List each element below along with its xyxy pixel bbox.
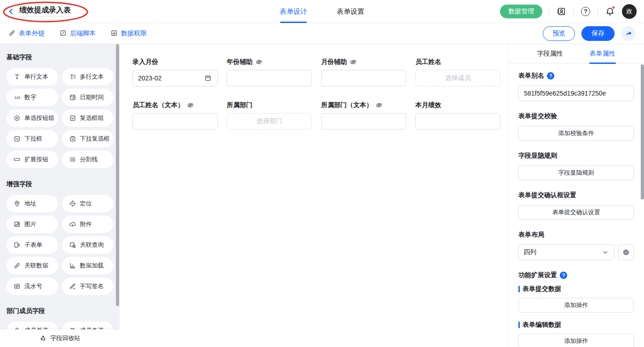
help-icon[interactable]: ?: [547, 72, 554, 80]
field-pill[interactable]: 分割线: [62, 151, 114, 168]
form-field[interactable]: 所属部门选择部门: [227, 101, 312, 130]
text-input[interactable]: [132, 113, 218, 130]
field-pill-label: 定位: [80, 199, 92, 208]
field-pill-label: 数字: [24, 93, 36, 102]
picker-placeholder: 选择部门: [257, 117, 282, 125]
date-input[interactable]: 2023-027: [132, 70, 218, 86]
toolbar-link-label: 后端脚本: [70, 29, 96, 38]
picker-button[interactable]: 选择成员: [415, 70, 500, 86]
header-tab[interactable]: 表单设置: [337, 0, 364, 23]
field-pill[interactable]: 下拉框: [6, 130, 58, 148]
address-icon: [13, 200, 21, 208]
form-field[interactable]: 员工姓名（文本）: [132, 101, 218, 130]
attachment-icon: [69, 221, 77, 228]
panel-section-title: 字段显隐规则: [518, 152, 634, 160]
form-layout-select[interactable]: 四列: [518, 245, 615, 260]
field-pill[interactable]: 单选按钮组: [6, 109, 58, 127]
field-pill[interactable]: 数据加载: [62, 257, 114, 274]
field-pill[interactable]: 地址: [6, 195, 58, 212]
field-pill[interactable]: 扩展按钮: [6, 151, 58, 168]
data-manage-button[interactable]: 数据管理: [500, 5, 542, 18]
toolbar-link-link[interactable]: 表单外链: [8, 29, 45, 38]
properties-tab[interactable]: 字段属性: [537, 44, 563, 63]
recycle-bin-label: 字段回收站: [51, 334, 80, 342]
form-field[interactable]: 录入月份2023-027: [132, 58, 218, 86]
panel-action-button[interactable]: 添加校验条件: [518, 126, 634, 141]
panel-action-button[interactable]: 添加操作: [518, 298, 634, 313]
field-pill-label: 数据加载: [80, 262, 104, 270]
field-pill[interactable]: 附件: [62, 216, 114, 233]
divider: [549, 7, 549, 16]
field-pill-label: 流水号: [24, 282, 42, 290]
panel-scrollbar[interactable]: [641, 64, 644, 199]
serial-icon: [13, 283, 21, 290]
save-button[interactable]: 保存: [581, 26, 615, 41]
panel-section-title-text: 表单提交校验: [518, 112, 557, 120]
field-sections: 基础字段单行文本多行文本123数字日期时间单选按钮组复选框组下拉框下拉复选框扩展…: [0, 44, 120, 347]
panel-action-button[interactable]: 添加操作: [518, 334, 634, 347]
form-alias-input[interactable]: 581f5f59e625d19c3917250e: [518, 85, 634, 101]
toolbar-link-script[interactable]: 后端脚本: [59, 29, 96, 38]
properties-sections: 表单别名?581f5f59e625d19c3917250e表单提交校验添加校验条…: [508, 63, 644, 347]
field-pill[interactable]: 子表单: [6, 236, 58, 254]
field-pill[interactable]: 多行文本: [62, 68, 114, 85]
panel-action-button[interactable]: 表单提交确认设置: [518, 205, 634, 220]
text-input[interactable]: [415, 113, 500, 130]
app-header: 绩效提成录入表 表单设计表单设置 数据管理 ? 政: [0, 0, 644, 23]
form-field[interactable]: 年份辅助: [227, 58, 312, 86]
field-pill[interactable]: 手写签名: [62, 278, 114, 295]
field-pill[interactable]: 流水号: [6, 278, 58, 295]
field-pill[interactable]: 下拉复选框: [62, 130, 114, 148]
form-field[interactable]: 所属部门（文本）: [321, 101, 406, 130]
header-tabs: 表单设计表单设置: [280, 0, 364, 23]
chevron-left-icon: [7, 8, 15, 15]
select-icon: [13, 135, 21, 143]
form-alias-value: 581f5f59e625d19c3917250e: [524, 90, 606, 97]
text-input[interactable]: [227, 70, 312, 86]
toolbar-link-permission[interactable]: 数据权限: [110, 29, 147, 38]
field-pill[interactable]: 日期时间: [62, 89, 114, 106]
page-title: 绩效提成录入表: [19, 6, 71, 17]
field-pill[interactable]: 图片: [6, 216, 58, 233]
link-icon: [8, 29, 16, 37]
help-icon[interactable]: ?: [580, 6, 591, 17]
properties-tab[interactable]: 表单属性: [590, 44, 615, 63]
field-pill[interactable]: 123数字: [6, 89, 58, 106]
form-field-label-text: 所属部门（文本）: [321, 101, 373, 109]
help-icon[interactable]: ?: [560, 272, 567, 279]
field-pill[interactable]: 复选框组: [62, 109, 114, 127]
preview-button[interactable]: 预览: [543, 26, 575, 41]
layout-settings-button[interactable]: [618, 245, 634, 260]
avatar[interactable]: 政: [622, 4, 637, 19]
field-pill[interactable]: 单行文本: [6, 68, 58, 85]
field-pill[interactable]: 定位: [62, 195, 114, 212]
panel-action-button[interactable]: 字段显隐规则: [518, 165, 634, 180]
contacts-icon[interactable]: [556, 6, 567, 17]
share-button[interactable]: [621, 26, 636, 41]
bell-icon[interactable]: [604, 6, 615, 17]
subform-icon: [13, 241, 21, 249]
back-button[interactable]: [7, 8, 15, 15]
form-field[interactable]: 本月绩效: [415, 101, 500, 130]
divider-icon: [69, 156, 77, 164]
panel-section-title-text: 功能扩展设置: [518, 271, 557, 279]
form-field[interactable]: 员工姓名选择成员: [415, 58, 500, 86]
notification-badge: [612, 6, 615, 9]
radio-icon: [13, 114, 21, 122]
field-recycle-bin[interactable]: 字段回收站: [0, 330, 120, 347]
field-pill[interactable]: 关联数据: [6, 257, 58, 274]
form-field[interactable]: 月份辅助: [321, 58, 406, 86]
text-input[interactable]: [321, 70, 406, 86]
form-field-label: 年份辅助: [227, 58, 312, 66]
form-field-label: 所属部门（文本）: [321, 101, 406, 109]
panel-section-title: 表单别名?: [518, 72, 634, 80]
multiselect-icon: [69, 135, 77, 143]
text-input[interactable]: [321, 113, 406, 130]
sidebar-scrollbar[interactable]: [116, 44, 119, 306]
form-field-label: 本月绩效: [415, 101, 500, 109]
picker-button[interactable]: 选择部门: [227, 113, 312, 130]
eye-off-icon: [350, 58, 357, 66]
header-tab[interactable]: 表单设计: [280, 0, 307, 23]
main-body: 基础字段单行文本多行文本123数字日期时间单选按钮组复选框组下拉框下拉复选框扩展…: [0, 44, 644, 347]
field-pill[interactable]: 关联查询: [62, 236, 114, 254]
